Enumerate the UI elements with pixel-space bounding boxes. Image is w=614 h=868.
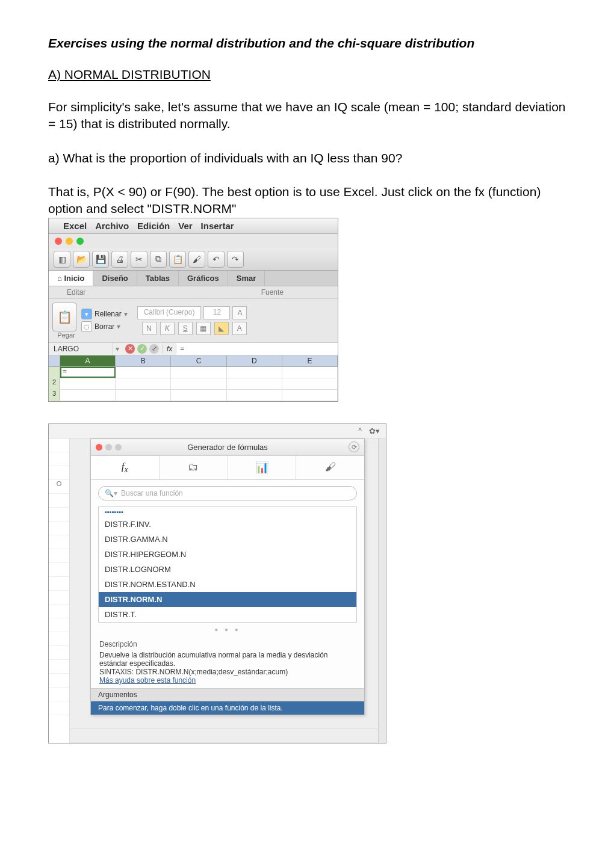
chevron-up-icon[interactable]: ^ xyxy=(358,426,362,436)
bold-button[interactable]: N xyxy=(142,322,157,335)
list-item-distr-t[interactable]: DISTR.T. xyxy=(99,607,356,622)
cell-d2[interactable] xyxy=(227,378,282,389)
gear-icon[interactable]: ✿▾ xyxy=(369,426,380,436)
list-item-truncated-top[interactable]: ▪▪▪▪▪▪▪▪ xyxy=(99,507,356,517)
row-1-header[interactable] xyxy=(49,367,60,378)
list-item-distr-norm-estand-n[interactable]: DISTR.NORM.ESTAND.N xyxy=(99,577,356,592)
name-box[interactable]: LARGO xyxy=(49,343,113,355)
cell-c2[interactable] xyxy=(171,378,226,389)
fx-expand-icon[interactable]: ⤢ xyxy=(149,344,159,354)
formula-input[interactable]: = xyxy=(176,343,338,355)
zoom-icon[interactable] xyxy=(76,238,84,245)
copy-icon[interactable]: ⧉ xyxy=(150,251,167,268)
minimize-icon[interactable] xyxy=(105,444,112,451)
dropdown-icon[interactable]: ▾ xyxy=(117,322,120,331)
close-icon[interactable] xyxy=(55,238,62,245)
cell-e2[interactable] xyxy=(282,378,338,389)
font-color-button[interactable]: A xyxy=(232,322,247,335)
cell-e3[interactable] xyxy=(282,390,338,401)
list-item-distr-gamma-n[interactable]: DISTR.GAMMA.N xyxy=(99,532,356,547)
open-icon[interactable]: 📂 xyxy=(73,251,90,268)
group-editar: Editar xyxy=(49,286,104,298)
tab-reference[interactable]: 📊 xyxy=(228,456,296,479)
function-list[interactable]: ▪▪▪▪▪▪▪▪ DISTR.F.INV. DISTR.GAMMA.N DIST… xyxy=(98,506,357,623)
function-search[interactable]: 🔍▾ Buscar una función xyxy=(98,486,357,500)
list-item-distr-f-inv[interactable]: DISTR.F.INV. xyxy=(99,517,356,532)
fill-label[interactable]: Rellenar xyxy=(95,310,122,318)
cell-c3[interactable] xyxy=(171,390,226,401)
confirm-icon[interactable]: ✓ xyxy=(137,344,147,354)
paste-icon[interactable]: 📋 xyxy=(169,251,186,268)
dropdown-icon[interactable]: ▾ xyxy=(124,310,128,318)
bg-cell xyxy=(70,729,378,743)
zoom-icon[interactable] xyxy=(115,444,122,451)
clear-icon[interactable]: ◌ xyxy=(81,321,92,332)
print-icon[interactable]: 🖨 xyxy=(111,251,128,268)
col-e[interactable]: E xyxy=(282,356,338,366)
cell-a3[interactable] xyxy=(60,390,116,401)
bg-cell xyxy=(70,715,378,729)
cell-d1[interactable] xyxy=(227,367,282,378)
tab-diseno[interactable]: Diseño xyxy=(93,271,137,286)
menu-archivo[interactable]: Archivo xyxy=(95,221,129,231)
paragraph-3: That is, P(X < 90) or F(90). The best op… xyxy=(48,183,566,218)
col-d[interactable]: D xyxy=(227,356,282,366)
cell-d3[interactable] xyxy=(227,390,282,401)
window-controls xyxy=(49,234,338,248)
redo-icon[interactable]: ↷ xyxy=(227,251,244,268)
fill-icon[interactable]: ▾ xyxy=(81,309,92,319)
undo-icon[interactable]: ↶ xyxy=(208,251,225,268)
close-icon[interactable] xyxy=(96,444,102,451)
cell-e1[interactable] xyxy=(282,367,338,378)
italic-button[interactable]: K xyxy=(160,322,175,335)
tab-graficos[interactable]: Gráficos xyxy=(179,271,228,286)
col-b[interactable]: B xyxy=(116,356,171,366)
save-icon[interactable]: 💾 xyxy=(92,251,109,268)
row-2-header[interactable]: 2 xyxy=(49,378,60,389)
cut-icon[interactable]: ✂ xyxy=(131,251,147,268)
tab-tablas[interactable]: Tablas xyxy=(137,271,179,286)
font-grow-icon[interactable]: A xyxy=(232,306,247,319)
format-painter-icon[interactable]: 🖌 xyxy=(188,251,205,268)
cancel-icon[interactable]: ✕ xyxy=(125,344,135,354)
font-size-box[interactable]: 12 xyxy=(203,306,230,319)
new-doc-icon[interactable]: ▥ xyxy=(54,251,70,268)
list-item-distr-hipergeom-n[interactable]: DISTR.HIPERGEOM.N xyxy=(99,547,356,562)
tab-compat[interactable]: 🖌 xyxy=(296,456,364,479)
tab-inicio[interactable]: ⌂ Inicio xyxy=(49,271,93,286)
formula-builder-tabs: fx 🗂 📊 🖌 xyxy=(91,456,364,480)
font-name-box[interactable]: Calibri (Cuerpo) xyxy=(137,306,202,319)
scrollbar-vertical[interactable] xyxy=(378,439,386,743)
underline-button[interactable]: S xyxy=(178,322,193,335)
cell-c1[interactable] xyxy=(171,367,226,378)
list-item-distr-norm-n[interactable]: DISTR.NORM.N xyxy=(99,592,356,607)
menu-insertar[interactable]: Insertar xyxy=(201,221,234,231)
col-c[interactable]: C xyxy=(171,356,226,366)
fill-color-button[interactable]: ◣ xyxy=(214,322,229,335)
cell-b3[interactable] xyxy=(116,390,171,401)
menu-edicion[interactable]: Edición xyxy=(137,221,170,231)
column-headers: A B C D E xyxy=(49,356,338,367)
menu-excel[interactable]: Excel xyxy=(63,221,87,231)
cell-a1[interactable]: = xyxy=(60,367,116,378)
refresh-icon[interactable]: ⟳ xyxy=(349,442,359,452)
col-a[interactable]: A xyxy=(60,356,116,366)
row-3-header[interactable]: 3 xyxy=(49,390,60,401)
cell-b2[interactable] xyxy=(116,378,171,389)
minimize-icon[interactable] xyxy=(66,238,73,245)
resize-grip-icon[interactable]: ● ● ● xyxy=(91,623,364,636)
more-help-link[interactable]: Más ayuda sobre esta función xyxy=(99,676,356,685)
tab-smartart[interactable]: Smar xyxy=(228,271,265,286)
clear-label[interactable]: Borrar xyxy=(95,322,114,331)
fx-icon[interactable]: fx xyxy=(163,345,176,353)
tab-scrapbook[interactable]: 🗂 xyxy=(159,456,228,479)
paste-button[interactable]: 📋 xyxy=(52,303,76,331)
border-button[interactable]: ▦ xyxy=(196,322,211,335)
cell-a2[interactable] xyxy=(60,378,116,389)
select-all-cell[interactable] xyxy=(49,356,60,366)
tab-fx[interactable]: fx xyxy=(91,456,159,479)
cell-b1[interactable] xyxy=(116,367,171,378)
list-item-distr-lognorm[interactable]: DISTR.LOGNORM xyxy=(99,562,356,577)
name-box-dropdown-icon[interactable]: ▾ xyxy=(113,345,122,353)
menu-ver[interactable]: Ver xyxy=(178,221,192,231)
